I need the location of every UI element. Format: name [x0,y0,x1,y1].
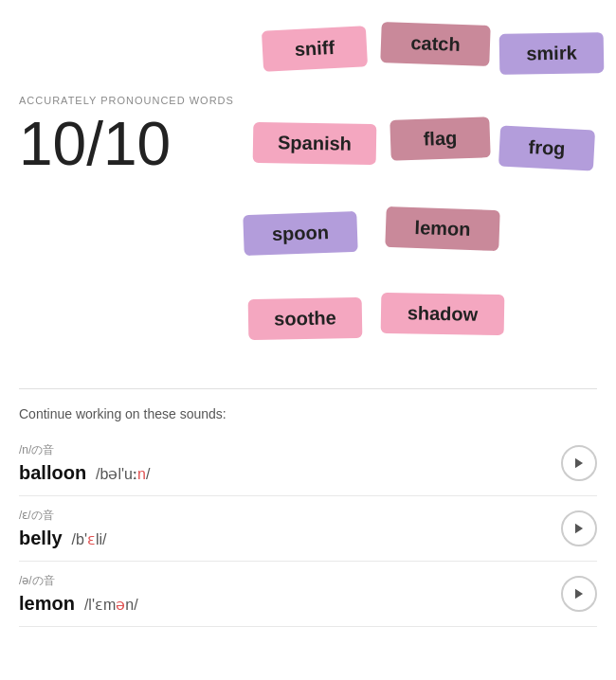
sound-item-left: /ə/の音lemon/l'ɛmən/ [19,573,138,615]
sound-tag: /n/の音 [19,442,150,458]
word-card: spoon [243,211,357,256]
svg-marker-0 [575,458,583,469]
sound-item: /ə/の音lemon/l'ɛmən/ [19,562,597,627]
word-card: frog [498,125,595,170]
sound-phonetic: /l'ɛmən/ [84,596,138,614]
sound-word: lemon [19,593,75,615]
sound-tag: /ɛ/の音 [19,508,107,524]
svg-marker-2 [575,589,583,599]
sound-word-row: lemon/l'ɛmən/ [19,593,138,615]
word-card: smirk [498,32,604,75]
sound-item: /ɛ/の音belly/b'ɛli/ [19,496,597,562]
sound-word: balloon [19,462,86,484]
word-card: soothe [247,297,362,340]
sounds-list: /n/の音balloon/bəl'uːn//ɛ/の音belly/b'ɛli//ə… [19,431,597,627]
score-label: ACCURATELY PRONOUNCED WORDS [19,95,234,106]
top-section: ACCURATELY PRONOUNCED WORDS 10/10 sniffc… [0,0,616,388]
play-button[interactable] [561,576,597,612]
word-card: shadow [380,293,504,335]
play-button[interactable] [561,445,597,481]
sound-phonetic: /bəl'uːn/ [96,465,150,483]
sound-item-left: /n/の音balloon/bəl'uːn/ [19,442,150,484]
continue-label: Continue working on these sounds: [19,406,597,421]
svg-marker-1 [575,524,583,534]
score-value: 10/10 [19,114,234,174]
sound-word-row: balloon/bəl'uːn/ [19,462,150,484]
word-card: Spanish [252,122,376,165]
sound-word: belly [19,528,63,549]
sound-tag: /ə/の音 [19,573,138,589]
sound-item: /n/の音balloon/bəl'uːn/ [19,431,597,496]
continue-section: Continue working on these sounds: /n/の音b… [0,389,616,627]
sound-word-row: belly/b'ɛli/ [19,528,107,549]
words-cloud: sniffcatchsmirkSpanishflagfrogspoonlemon… [234,19,597,379]
play-button[interactable] [561,510,597,546]
score-panel: ACCURATELY PRONOUNCED WORDS 10/10 [19,19,234,174]
sound-item-left: /ɛ/の音belly/b'ɛli/ [19,508,107,549]
word-card: lemon [385,206,499,251]
word-card: sniff [262,26,368,72]
sound-phonetic: /b'ɛli/ [72,530,107,548]
word-card: flag [390,116,490,161]
word-card: catch [380,22,490,66]
